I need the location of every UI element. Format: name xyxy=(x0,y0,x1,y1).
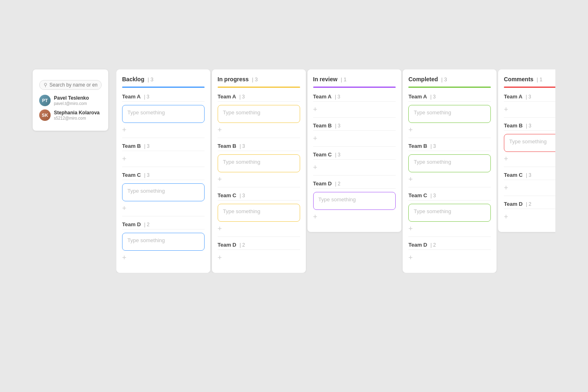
team-name-backlog-3: Team D xyxy=(122,221,141,227)
team-header-inprogress-3: Team D| 2 xyxy=(218,242,300,250)
card-inreview-3-0[interactable]: Type something xyxy=(313,192,396,210)
team-count-backlog-0: | 3 xyxy=(144,94,149,100)
team-name-completed-2: Team C xyxy=(408,192,427,198)
team-section-backlog-teama: Team A| 3Type something+ xyxy=(122,94,205,138)
add-card-btn-inreview-1[interactable]: + xyxy=(313,134,396,143)
team-name-backlog-2: Team C xyxy=(122,172,141,178)
team-header-completed-1: Team B| 3 xyxy=(408,143,491,151)
divider-comments-1 xyxy=(504,167,555,167)
team-name-comments-3: Team D xyxy=(504,201,523,207)
team-section-comments-teamd: Team D| 2+ xyxy=(504,201,555,221)
team-count-inreview-1: | 3 xyxy=(335,123,341,129)
add-card-btn-comments-1[interactable]: + xyxy=(504,154,555,163)
user-email-pavel: pavel.t@miro.com xyxy=(54,101,89,106)
add-card-btn-backlog-2[interactable]: + xyxy=(122,204,205,213)
card-inprogress-2-0[interactable]: Type something xyxy=(218,204,300,222)
team-header-backlog-1: Team B| 3 xyxy=(122,143,205,151)
team-section-completed-teama: Team A| 3Type something+ xyxy=(408,94,491,138)
search-box[interactable]: ⚲ xyxy=(39,80,102,90)
team-count-comments-0: | 3 xyxy=(526,94,531,100)
card-backlog-0-0[interactable]: Type something xyxy=(122,105,205,123)
card-backlog-2-0[interactable]: Type something xyxy=(122,183,205,201)
team-count-inreview-0: | 3 xyxy=(335,94,340,100)
team-count-comments-2: | 3 xyxy=(526,172,531,178)
add-card-btn-backlog-0[interactable]: + xyxy=(122,125,205,134)
add-card-btn-completed-3[interactable]: + xyxy=(408,253,491,262)
col-separator-inreview xyxy=(313,87,396,88)
search-input[interactable] xyxy=(49,82,97,88)
team-name-inreview-1: Team B xyxy=(313,122,332,129)
team-header-inprogress-2: Team C| 3 xyxy=(218,192,300,200)
column-backlog: Backlog| 3Team A| 3Type something+Team B… xyxy=(116,69,210,273)
team-header-comments-2: Team C| 3 xyxy=(504,172,555,180)
card-inprogress-1-0[interactable]: Type something xyxy=(218,154,300,172)
team-section-backlog-teamb: Team B| 3+ xyxy=(122,143,205,167)
card-backlog-3-0[interactable]: Type something xyxy=(122,233,205,251)
add-card-btn-backlog-1[interactable]: + xyxy=(122,154,205,163)
column-completed: Completed| 3Team A| 3Type something+Team… xyxy=(403,69,497,273)
team-name-completed-3: Team D xyxy=(408,242,427,248)
team-header-comments-1: Team B| 3 xyxy=(504,122,555,131)
team-header-inprogress-0: Team A| 3 xyxy=(218,94,300,102)
add-card-btn-inprogress-2[interactable]: + xyxy=(218,224,300,233)
user-item-pavel: PT Pavel Teslenko pavel.t@miro.com xyxy=(39,95,102,106)
card-completed-1-0[interactable]: Type something xyxy=(408,154,491,172)
team-section-inreview-teamc: Team C| 3+ xyxy=(313,151,396,176)
team-section-comments-teama: Team A| 3+ xyxy=(504,94,555,118)
add-card-btn-inprogress-3[interactable]: + xyxy=(218,253,300,262)
add-card-btn-completed-1[interactable]: + xyxy=(408,175,491,184)
add-card-btn-comments-0[interactable]: + xyxy=(504,105,555,114)
col-header-completed: Completed| 3 xyxy=(408,76,491,82)
team-name-completed-0: Team A xyxy=(408,94,427,100)
divider-backlog-0 xyxy=(122,138,205,138)
team-header-inreview-2: Team C| 3 xyxy=(313,151,396,160)
divider-inreview-0 xyxy=(313,117,396,118)
team-name-backlog-0: Team A xyxy=(122,94,141,100)
divider-backlog-1 xyxy=(122,167,205,167)
add-card-btn-inreview-0[interactable]: + xyxy=(313,105,396,114)
user-name-pavel: Pavel Teslenko xyxy=(54,95,89,101)
team-header-comments-0: Team A| 3 xyxy=(504,94,555,102)
col-separator-inprogress xyxy=(218,87,300,88)
search-icon: ⚲ xyxy=(44,82,47,88)
team-section-inreview-teamd: Team D| 2Type something+ xyxy=(313,180,396,221)
add-card-btn-completed-0[interactable]: + xyxy=(408,125,491,134)
team-name-inprogress-3: Team D xyxy=(218,242,236,248)
add-card-btn-comments-2[interactable]: + xyxy=(504,183,555,192)
team-section-comments-teamb: Team B| 3Type something+ xyxy=(504,122,555,167)
add-card-btn-backlog-3[interactable]: + xyxy=(122,253,205,262)
col-header-inprogress: In progress| 3 xyxy=(218,76,300,82)
card-inprogress-0-0[interactable]: Type something xyxy=(218,105,300,123)
team-count-backlog-3: | 2 xyxy=(144,222,149,227)
team-header-backlog-2: Team C| 3 xyxy=(122,172,205,180)
add-card-btn-inreview-2[interactable]: + xyxy=(313,163,396,172)
team-name-comments-0: Team A xyxy=(504,94,523,100)
avatar-pavel: PT xyxy=(39,95,51,106)
team-section-inreview-teamb: Team B| 3+ xyxy=(313,122,396,147)
col-separator-backlog xyxy=(122,87,205,88)
add-card-btn-comments-3[interactable]: + xyxy=(504,212,555,221)
divider-comments-0 xyxy=(504,117,555,118)
team-section-completed-teamd: Team D| 2+ xyxy=(408,242,491,262)
team-section-backlog-teamd: Team D| 2Type something+ xyxy=(122,221,205,262)
add-card-btn-inprogress-0[interactable]: + xyxy=(218,125,300,134)
team-header-comments-3: Team D| 2 xyxy=(504,201,555,209)
divider-inprogress-1 xyxy=(218,187,300,187)
col-count-completed: | 3 xyxy=(441,76,447,82)
add-card-btn-inprogress-1[interactable]: + xyxy=(218,175,300,184)
col-title-inreview: In review xyxy=(313,76,338,82)
add-card-btn-completed-2[interactable]: + xyxy=(408,224,491,233)
team-count-inprogress-1: | 3 xyxy=(240,143,245,149)
col-title-completed: Completed xyxy=(408,76,438,82)
col-header-inreview: In review| 1 xyxy=(313,76,396,82)
add-card-btn-inreview-3[interactable]: + xyxy=(313,212,396,221)
team-count-completed-1: | 3 xyxy=(430,143,436,149)
team-name-comments-2: Team C xyxy=(504,172,523,178)
team-header-completed-3: Team D| 2 xyxy=(408,242,491,250)
card-completed-0-0[interactable]: Type something xyxy=(408,105,491,123)
card-completed-2-0[interactable]: Type something xyxy=(408,204,491,222)
divider-comments-2 xyxy=(504,196,555,196)
card-comments-1-0[interactable]: Type something xyxy=(504,134,555,152)
team-name-inprogress-2: Team C xyxy=(218,192,236,198)
team-header-inreview-1: Team B| 3 xyxy=(313,122,396,131)
